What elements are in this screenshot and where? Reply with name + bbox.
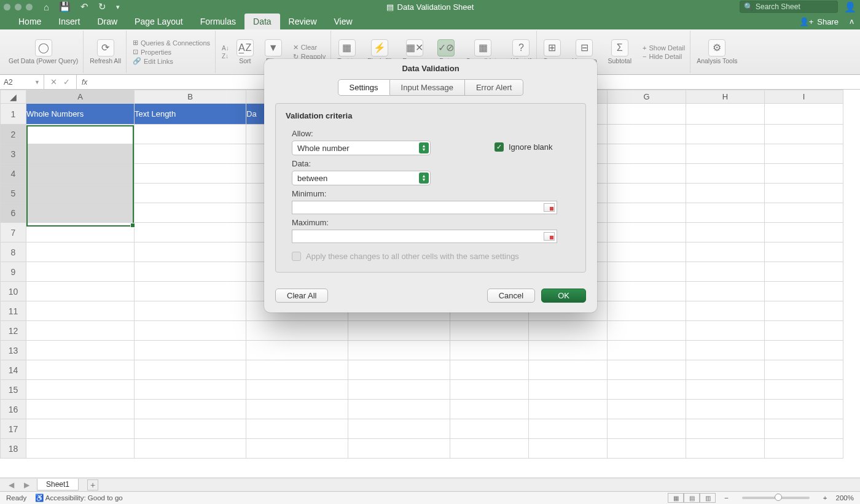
- cell[interactable]: [765, 341, 843, 360]
- cell[interactable]: [26, 242, 135, 262]
- cell[interactable]: [765, 301, 843, 321]
- share-button[interactable]: 👤+ Share: [792, 14, 846, 29]
- tab-settings[interactable]: Settings: [338, 79, 390, 96]
- cell[interactable]: [348, 400, 450, 419]
- col-header-h[interactable]: H: [686, 90, 765, 104]
- cell[interactable]: [135, 380, 246, 400]
- cell[interactable]: [135, 419, 246, 439]
- page-break-view-button[interactable]: ▥: [700, 493, 716, 503]
- cell[interactable]: [686, 439, 765, 459]
- ok-button[interactable]: OK: [541, 289, 586, 303]
- cell[interactable]: [348, 321, 450, 341]
- add-sheet-button[interactable]: +: [87, 479, 98, 490]
- cell[interactable]: [26, 262, 135, 282]
- cell[interactable]: [686, 341, 765, 360]
- cell[interactable]: [450, 439, 529, 459]
- cell[interactable]: [135, 125, 246, 144]
- cell[interactable]: [686, 144, 765, 164]
- get-data-button[interactable]: ◯ Get Data (Power Query): [4, 31, 84, 73]
- tab-error-alert[interactable]: Error Alert: [465, 79, 524, 96]
- cell[interactable]: [608, 282, 686, 301]
- cell[interactable]: [608, 262, 686, 282]
- cell[interactable]: [135, 242, 246, 262]
- col-header-b[interactable]: B: [135, 90, 246, 104]
- cell[interactable]: [686, 223, 765, 242]
- maximum-input[interactable]: [292, 230, 557, 243]
- cell[interactable]: [765, 223, 843, 242]
- cell[interactable]: [135, 439, 246, 459]
- cell[interactable]: [608, 164, 686, 184]
- cell[interactable]: [135, 282, 246, 301]
- cell[interactable]: [608, 223, 686, 242]
- cell[interactable]: [686, 164, 765, 184]
- cell[interactable]: [26, 125, 135, 144]
- tab-draw[interactable]: Draw: [88, 14, 126, 29]
- cell[interactable]: [686, 242, 765, 262]
- cell[interactable]: [765, 184, 843, 203]
- zoom-out-button[interactable]: −: [724, 494, 729, 502]
- cell[interactable]: [246, 400, 348, 419]
- minimize-window-icon[interactable]: [15, 4, 22, 10]
- sort-az-button[interactable]: A↓Z↓: [217, 31, 230, 73]
- row-header[interactable]: 10: [1, 282, 26, 301]
- row-header[interactable]: 15: [1, 380, 26, 400]
- cell[interactable]: [26, 439, 135, 459]
- cell[interactable]: [135, 400, 246, 419]
- cell[interactable]: [608, 203, 686, 223]
- cell[interactable]: [686, 360, 765, 380]
- cell[interactable]: [450, 400, 529, 419]
- cell[interactable]: [765, 282, 843, 301]
- cell[interactable]: [686, 262, 765, 282]
- cell[interactable]: [529, 439, 608, 459]
- cell[interactable]: [450, 419, 529, 439]
- allow-select[interactable]: Whole number ▲▼: [292, 141, 431, 155]
- cell[interactable]: [26, 380, 135, 400]
- cell[interactable]: [765, 144, 843, 164]
- cell[interactable]: [135, 262, 246, 282]
- cell[interactable]: [765, 242, 843, 262]
- tab-data[interactable]: Data: [244, 14, 280, 29]
- search-sheet-input[interactable]: 🔍 Search Sheet: [740, 1, 838, 13]
- cell[interactable]: [686, 419, 765, 439]
- cell[interactable]: [26, 341, 135, 360]
- row-header[interactable]: 12: [1, 321, 26, 341]
- cell[interactable]: [529, 419, 608, 439]
- cell[interactable]: [765, 321, 843, 341]
- row-header[interactable]: 5: [1, 184, 26, 203]
- row-header[interactable]: 4: [1, 164, 26, 184]
- cell[interactable]: [686, 301, 765, 321]
- cell[interactable]: [135, 184, 246, 203]
- row-header[interactable]: 17: [1, 419, 26, 439]
- tab-input-message[interactable]: Input Message: [390, 79, 465, 96]
- cell[interactable]: [348, 419, 450, 439]
- row-header[interactable]: 7: [1, 223, 26, 242]
- cell[interactable]: [608, 125, 686, 144]
- cell[interactable]: [686, 400, 765, 419]
- cell[interactable]: [608, 301, 686, 321]
- cancel-formula-icon[interactable]: ✕: [50, 77, 57, 87]
- tab-formulas[interactable]: Formulas: [192, 14, 244, 29]
- queries-connections-button[interactable]: ⊞Queries & Connections: [133, 39, 210, 47]
- cell[interactable]: [765, 164, 843, 184]
- cell[interactable]: [135, 144, 246, 164]
- zoom-level[interactable]: 200%: [836, 494, 854, 502]
- properties-button[interactable]: ⊡Properties: [133, 48, 210, 56]
- cell[interactable]: [348, 380, 450, 400]
- cell[interactable]: [135, 301, 246, 321]
- cell[interactable]: [246, 380, 348, 400]
- range-picker-icon[interactable]: [544, 203, 555, 212]
- sort-button[interactable]: A̲Z Sort: [232, 31, 259, 73]
- cell[interactable]: [765, 419, 843, 439]
- cell[interactable]: [686, 203, 765, 223]
- show-detail-button[interactable]: +Show Detail: [643, 44, 685, 52]
- sheet-nav-prev-icon[interactable]: ◀: [6, 481, 17, 489]
- cell[interactable]: [450, 341, 529, 360]
- accessibility-status[interactable]: ♿ Accessibility: Good to go: [35, 494, 122, 502]
- user-account-icon[interactable]: 👤: [844, 1, 856, 13]
- cell[interactable]: [246, 360, 348, 380]
- row-header[interactable]: 18: [1, 439, 26, 459]
- row-header[interactable]: 16: [1, 400, 26, 419]
- qat-customize-icon[interactable]: ▾: [116, 3, 120, 11]
- redo-icon[interactable]: ↻: [98, 1, 106, 12]
- sheet-tab-sheet1[interactable]: Sheet1: [37, 479, 79, 490]
